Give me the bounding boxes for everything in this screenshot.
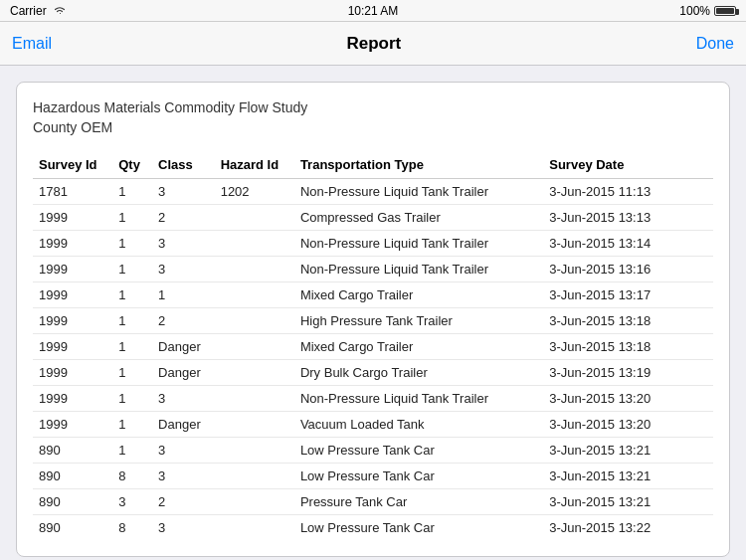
table-row: 890 3 2 Pressure Tank Car 3-Jun-2015 13:… <box>33 489 713 515</box>
cell-transport-type: Non-Pressure Liquid Tank Trailer <box>294 386 543 412</box>
cell-survey-date: 3-Jun-2015 13:14 <box>543 231 713 257</box>
status-right: 100% <box>679 4 736 18</box>
status-time: 10:21 AM <box>348 4 399 18</box>
cell-survey-id: 1999 <box>33 231 112 257</box>
battery-icon <box>714 6 736 16</box>
cell-survey-id: 1999 <box>33 360 112 386</box>
table-row: 890 8 3 Low Pressure Tank Car 3-Jun-2015… <box>33 464 713 489</box>
cell-hazard-id <box>215 464 294 489</box>
cell-hazard-id <box>215 308 294 334</box>
cell-survey-id: 1999 <box>33 257 112 282</box>
cell-qty: 1 <box>112 257 152 282</box>
cell-qty: 1 <box>112 334 152 360</box>
cell-hazard-id <box>215 386 294 412</box>
table-row: 1999 1 2 Compressed Gas Trailer 3-Jun-20… <box>33 205 713 231</box>
done-button[interactable]: Done <box>696 35 734 53</box>
cell-hazard-id <box>215 438 294 464</box>
cell-transport-type: Dry Bulk Cargo Trailer <box>294 360 543 386</box>
cell-transport-type: Non-Pressure Liquid Tank Trailer <box>294 231 543 257</box>
cell-hazard-id <box>215 334 294 360</box>
battery-pct-label: 100% <box>679 4 710 18</box>
cell-hazard-id <box>215 412 294 438</box>
cell-survey-date: 3-Jun-2015 13:16 <box>543 257 713 282</box>
cell-survey-id: 1999 <box>33 386 112 412</box>
cell-hazard-id <box>215 257 294 282</box>
table-row: 890 8 3 Low Pressure Tank Car 3-Jun-2015… <box>33 515 713 541</box>
cell-survey-id: 890 <box>33 464 112 489</box>
cell-transport-type: Non-Pressure Liquid Tank Trailer <box>294 257 543 282</box>
cell-survey-date: 3-Jun-2015 13:19 <box>543 360 713 386</box>
cell-hazard-id <box>215 489 294 515</box>
col-header-survey-id: Survey Id <box>33 153 112 179</box>
cell-transport-type: Vacuum Loaded Tank <box>294 412 543 438</box>
table-row: 1999 1 3 Non-Pressure Liquid Tank Traile… <box>33 231 713 257</box>
cell-class: 3 <box>152 515 215 541</box>
cell-qty: 1 <box>112 308 152 334</box>
cell-class: 2 <box>152 489 215 515</box>
cell-survey-date: 3-Jun-2015 13:18 <box>543 334 713 360</box>
report-title-line1: Hazardous Materials Commodity Flow Study <box>33 99 307 115</box>
wifi-icon <box>53 4 67 18</box>
battery-fill <box>716 8 734 14</box>
nav-bar: Email Report Done <box>0 22 746 66</box>
col-header-transport-type: Transportation Type <box>294 153 543 179</box>
report-card: Hazardous Materials Commodity Flow Study… <box>16 82 730 557</box>
cell-survey-date: 3-Jun-2015 13:18 <box>543 308 713 334</box>
cell-qty: 1 <box>112 179 152 205</box>
cell-qty: 1 <box>112 282 152 308</box>
cell-survey-id: 1999 <box>33 282 112 308</box>
table-row: 890 1 3 Low Pressure Tank Car 3-Jun-2015… <box>33 438 713 464</box>
cell-qty: 8 <box>112 515 152 541</box>
report-title-line2: County OEM <box>33 119 112 135</box>
cell-class: 3 <box>152 464 215 489</box>
cell-transport-type: Low Pressure Tank Car <box>294 515 543 541</box>
cell-qty: 1 <box>112 205 152 231</box>
cell-survey-date: 3-Jun-2015 13:20 <box>543 412 713 438</box>
cell-hazard-id <box>215 515 294 541</box>
cell-qty: 1 <box>112 412 152 438</box>
table-row: 1999 1 Danger Dry Bulk Cargo Trailer 3-J… <box>33 360 713 386</box>
table-row: 1999 1 Danger Vacuum Loaded Tank 3-Jun-2… <box>33 412 713 438</box>
cell-class: 3 <box>152 257 215 282</box>
cell-class: 3 <box>152 438 215 464</box>
col-header-qty: Qty <box>112 153 152 179</box>
cell-qty: 1 <box>112 386 152 412</box>
cell-transport-type: Non-Pressure Liquid Tank Trailer <box>294 179 543 205</box>
cell-survey-date: 3-Jun-2015 13:20 <box>543 386 713 412</box>
cell-class: 1 <box>152 282 215 308</box>
cell-hazard-id <box>215 231 294 257</box>
cell-transport-type: Low Pressure Tank Car <box>294 438 543 464</box>
cell-class: 2 <box>152 308 215 334</box>
email-button[interactable]: Email <box>12 35 52 53</box>
report-title: Hazardous Materials Commodity Flow Study… <box>33 98 713 137</box>
carrier-label: Carrier <box>10 4 47 18</box>
cell-transport-type: Compressed Gas Trailer <box>294 205 543 231</box>
cell-survey-id: 1999 <box>33 412 112 438</box>
cell-transport-type: High Pressure Tank Trailer <box>294 308 543 334</box>
cell-qty: 8 <box>112 464 152 489</box>
cell-qty: 1 <box>112 438 152 464</box>
col-header-survey-date: Survey Date <box>543 153 713 179</box>
cell-survey-id: 1781 <box>33 179 112 205</box>
cell-survey-id: 1999 <box>33 205 112 231</box>
cell-hazard-id <box>215 205 294 231</box>
col-header-class: Class <box>152 153 215 179</box>
cell-survey-date: 3-Jun-2015 13:22 <box>543 515 713 541</box>
cell-class: Danger <box>152 412 215 438</box>
cell-survey-date: 3-Jun-2015 13:21 <box>543 489 713 515</box>
cell-hazard-id: 1202 <box>215 179 294 205</box>
cell-survey-date: 3-Jun-2015 13:13 <box>543 205 713 231</box>
cell-qty: 1 <box>112 231 152 257</box>
cell-survey-date: 3-Jun-2015 13:17 <box>543 282 713 308</box>
table-row: 1999 1 2 High Pressure Tank Trailer 3-Ju… <box>33 308 713 334</box>
cell-survey-date: 3-Jun-2015 11:13 <box>543 179 713 205</box>
cell-class: 3 <box>152 231 215 257</box>
cell-survey-id: 890 <box>33 438 112 464</box>
cell-class: Danger <box>152 334 215 360</box>
cell-qty: 1 <box>112 360 152 386</box>
table-row: 1999 1 1 Mixed Cargo Trailer 3-Jun-2015 … <box>33 282 713 308</box>
col-header-hazard-id: Hazard Id <box>215 153 294 179</box>
cell-class: Danger <box>152 360 215 386</box>
cell-transport-type: Mixed Cargo Trailer <box>294 282 543 308</box>
cell-transport-type: Mixed Cargo Trailer <box>294 334 543 360</box>
